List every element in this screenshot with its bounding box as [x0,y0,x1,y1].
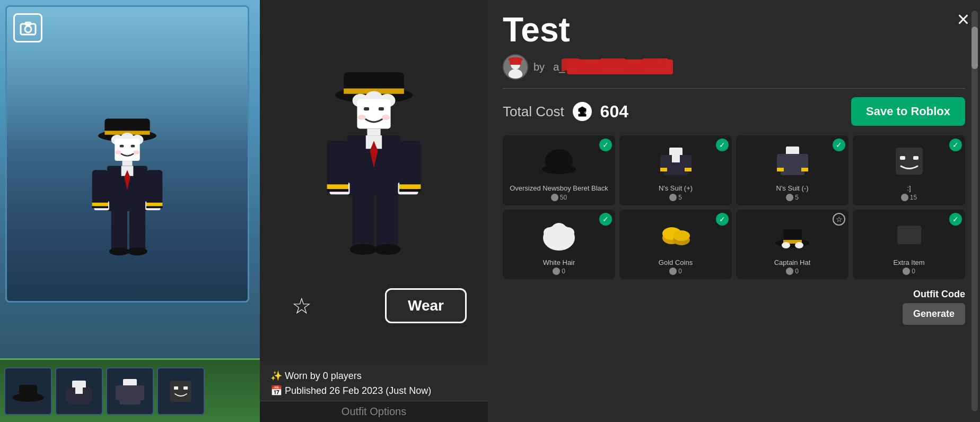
item-card-suit-minus[interactable]: ✓ N's Suit (-) 5 [736,135,848,205]
svg-point-13 [133,150,139,154]
worn-by-text: ✨ Worn by 0 players [270,370,477,382]
check-badge-suit-plus: ✓ [716,139,729,151]
svg-rect-66 [399,189,421,192]
svg-rect-62 [399,141,421,187]
svg-rect-39 [116,385,122,400]
svg-point-54 [382,114,390,119]
svg-point-70 [374,244,401,254]
item-card-face[interactable]: ✓ :] 15 [853,135,965,205]
game-viewport-panel [0,0,260,422]
svg-rect-87 [786,147,799,155]
items-grid: ✓ Oversized Newsboy Beret Black 50 ✓ [503,135,965,279]
item-name-captain-hat: Captain Hat [774,259,811,267]
svg-point-12 [115,150,121,154]
favorite-star-button[interactable]: ☆ [292,293,312,319]
save-to-roblox-button[interactable]: Save to Roblox [851,97,965,126]
svg-rect-11 [131,145,135,148]
item-card-misc[interactable]: ✓ Extra Item 0 [853,210,965,280]
svg-rect-109 [897,226,921,244]
item-name-hair: White Hair [543,259,575,267]
item-name-coins: Gold Coins [659,259,693,267]
svg-point-28 [109,247,129,255]
svg-rect-43 [183,386,188,390]
svg-rect-92 [801,168,808,171]
svg-point-69 [350,244,377,254]
svg-rect-9 [115,139,139,161]
svg-rect-34 [75,387,83,394]
svg-rect-22 [92,203,108,206]
svg-rect-61 [327,141,348,187]
thumbnail-hat[interactable] [4,367,52,415]
svg-point-29 [127,247,147,255]
item-thumb-captain-hat [771,214,813,256]
item-thumb-face [888,140,930,182]
check-badge-face: ✓ [949,139,962,151]
check-badge-coins: ✓ [716,213,729,226]
svg-rect-51 [364,107,369,110]
creator-avatar [503,54,528,80]
thumbnail-face[interactable] [157,367,205,415]
svg-rect-41 [170,381,191,402]
svg-rect-27 [129,210,145,251]
svg-rect-80 [669,148,682,156]
item-card-suit-plus[interactable]: ✓ N's Suit (+) 5 [619,135,732,205]
item-card-hair[interactable]: ✓ White Hair 0 [503,210,615,280]
svg-rect-85 [660,168,667,171]
svg-point-1 [25,26,31,32]
outfit-code-label: Outfit Code [913,289,965,300]
creator-by-label: by [533,61,545,73]
total-cost-label: Total Cost [503,104,564,120]
check-badge-suit-minus: ✓ [833,139,845,151]
svg-rect-52 [379,107,384,110]
bottom-thumbnails-bar [0,358,260,422]
wear-button[interactable]: Wear [385,288,467,323]
item-price-beret: 50 [551,194,567,201]
thumbnail-suit-plus[interactable] [55,367,103,415]
svg-rect-36 [86,387,92,401]
generate-button[interactable]: Generate [903,303,965,325]
center-preview-panel: ☆ Wear ✨ Worn by 0 players 📅 Published 2… [260,0,488,422]
item-price-suit-plus: 5 [669,194,682,201]
item-name-suit-minus: N's Suit (-) [776,184,809,193]
thumbnail-suit-minus[interactable] [106,367,154,415]
svg-point-103 [673,230,690,241]
scrollbar-track[interactable] [972,11,978,411]
character-preview-area: ☆ Wear [260,0,488,361]
item-price-suit-minus: 5 [786,194,799,201]
scrollbar-thumb[interactable] [972,27,978,69]
item-name-suit-plus: N's Suit (+) [659,184,693,193]
item-price-misc: 0 [903,268,915,275]
svg-rect-38 [119,385,141,404]
svg-rect-20 [92,170,108,205]
item-thumb-hair [538,214,580,256]
published-text: 📅 Published 26 Feb 2023 (Just Now) [270,385,477,397]
divider [503,88,965,89]
creator-name-redacted [567,59,673,74]
cost-row: Total Cost R$ 604 Save to Roblox [503,97,965,126]
svg-point-75 [508,57,523,62]
camera-icon[interactable] [13,13,42,42]
svg-rect-82 [672,155,680,162]
item-card-coins[interactable]: ✓ Gold Coins 0 [619,210,732,280]
item-name-misc: Extra Item [893,259,924,267]
close-button[interactable]: × [957,8,969,30]
svg-rect-50 [357,99,390,128]
svg-rect-24 [146,203,162,206]
outfit-title: Test [503,13,965,47]
svg-point-53 [358,114,366,119]
robux-icon: R$ [573,102,592,121]
creator-name-area: a_ [553,59,673,74]
creator-row: by a_ [503,54,965,80]
item-name-beret: Oversized Newsboy Beret Black [510,184,608,193]
svg-point-107 [782,242,790,248]
main-panel: ☆ Wear ✨ Worn by 0 players 📅 Published 2… [260,0,980,422]
svg-rect-21 [146,170,162,205]
item-card-captain-hat[interactable]: ☆ Captain Hat 0 [736,210,848,280]
svg-rect-64 [327,189,348,192]
item-card-beret[interactable]: ✓ Oversized Newsboy Beret Black 50 [503,135,615,205]
game-viewport [5,5,249,303]
svg-rect-10 [120,145,124,148]
check-badge-hair: ✓ [599,213,612,226]
svg-rect-94 [900,156,905,160]
svg-rect-35 [66,387,72,401]
